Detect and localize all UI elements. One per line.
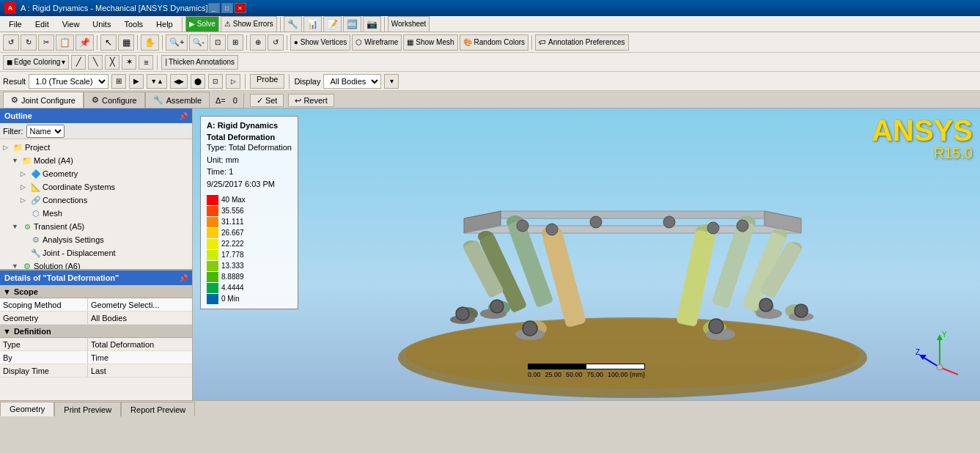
dropdown-arrow: ▾ <box>62 58 65 66</box>
icon-btn-5[interactable]: 📷 <box>363 16 381 32</box>
result-icon-6[interactable]: ⊡ <box>208 74 223 89</box>
details-val-type[interactable]: Total Deformation <box>88 338 192 350</box>
tree-joint[interactable]: 🔧 Joint - Displacement <box>0 246 192 259</box>
close-button[interactable]: ✕ <box>235 3 246 13</box>
menu-help[interactable]: Help <box>150 18 179 30</box>
tab-joint-configure[interactable]: ⚙ Joint Configure <box>3 92 84 108</box>
tb-zoom-out[interactable]: 🔍- <box>189 34 207 51</box>
tab-report-preview[interactable]: Report Preview <box>121 402 195 416</box>
tb-rotate[interactable]: ↺ <box>268 34 284 51</box>
outline-pin[interactable]: 📌 <box>179 112 188 120</box>
display-dropdown[interactable]: ▾ <box>384 74 399 89</box>
icon-btn-1[interactable]: 🔧 <box>284 16 302 32</box>
tree-solution[interactable]: ▼ ⚙ Solution (A6) <box>0 259 192 269</box>
tree-connections[interactable]: ▷ 🔗 Connections <box>0 194 192 207</box>
minimize-button[interactable]: _ <box>208 3 220 13</box>
tab-print-preview[interactable]: Print Preview <box>54 402 121 416</box>
tree-transient[interactable]: ▼ ⚙ Transient (A5) <box>0 220 192 233</box>
solution-icon: ⚙ <box>22 261 32 269</box>
sep9 <box>531 35 532 50</box>
coord-axis: Y Z <box>914 327 965 378</box>
svg-point-39 <box>707 222 719 234</box>
scope-collapse-icon[interactable]: ▼ <box>3 287 11 296</box>
tb-pan[interactable]: ⊕ <box>250 34 266 51</box>
tree-model[interactable]: ▼ 📁 Model (A4) <box>0 154 192 167</box>
maximize-button[interactable]: □ <box>221 3 233 13</box>
annotation-prefs-button[interactable]: 🏷 Annotation Preferences <box>535 34 629 51</box>
menu-view[interactable]: View <box>56 18 86 30</box>
tb-icon-3[interactable]: ✂ <box>38 34 54 51</box>
scalebar-bar <box>528 364 645 369</box>
result-icon-2[interactable]: ▶ <box>129 74 144 89</box>
filter-select[interactable]: Name <box>26 125 65 138</box>
tb-icon-5[interactable]: 📌 <box>75 34 94 51</box>
tab-geometry[interactable]: Geometry <box>0 402 54 416</box>
tb-cursor[interactable]: ↖ <box>100 34 117 51</box>
tree-geometry[interactable]: ▷ 🔷 Geometry <box>0 167 192 180</box>
menu-tools[interactable]: Tools <box>118 18 149 30</box>
icon-btn-4[interactable]: 🔤 <box>343 16 361 32</box>
details-val-scoping[interactable]: Geometry Selecti... <box>88 298 192 311</box>
details-val-by[interactable]: Time <box>88 351 192 364</box>
delta-label: Δ= <box>215 96 226 105</box>
tb-icon-move[interactable]: ✋ <box>141 34 159 51</box>
tree-analysis[interactable]: ⚙ Analysis Settings <box>0 233 192 246</box>
tree-mesh[interactable]: ⬡ Mesh <box>0 207 192 220</box>
thicken-annotations-button[interactable]: | Thicken Annotations <box>161 55 238 70</box>
tb-zoom-box[interactable]: ⊞ <box>227 34 243 51</box>
menu-units[interactable]: Units <box>86 18 117 30</box>
tb-zoom-in[interactable]: 🔍+ <box>166 34 188 51</box>
tb3-icon-3[interactable]: ╳ <box>105 55 119 70</box>
tree-coords[interactable]: ▷ 📐 Coordinate Systems <box>0 180 192 194</box>
tb-icon-1[interactable]: ↺ <box>3 34 19 51</box>
menu-file[interactable]: File <box>3 18 28 30</box>
details-val-geometry[interactable]: All Bodies <box>88 312 192 324</box>
menu-edit[interactable]: Edit <box>29 18 55 30</box>
edge-icon: ◼ <box>7 58 12 66</box>
tb3-icon-2[interactable]: ╲ <box>88 55 103 70</box>
arrow-solution: ▼ <box>12 262 21 269</box>
sep11 <box>245 74 246 89</box>
details-panel: Details of "Total Deformation" 📌 ▼ Scope… <box>0 270 192 400</box>
tb-zoom-fit[interactable]: ⊡ <box>210 34 226 51</box>
show-errors-button[interactable]: ⚠ Show Errors <box>221 16 277 32</box>
svg-point-41 <box>709 319 723 334</box>
tb3-icon-1[interactable]: ╱ <box>71 55 86 70</box>
svg-point-36 <box>663 216 675 228</box>
solve-button[interactable]: ▶ Solve <box>185 16 219 32</box>
tree-project[interactable]: ▷ 📁 Project <box>0 141 192 154</box>
scale-select[interactable]: 1.0 (True Scale) <box>29 74 108 89</box>
icon-btn-2[interactable]: 📊 <box>303 16 322 32</box>
tb-icon-2[interactable]: ↻ <box>21 34 37 51</box>
set-button[interactable]: ✓ Set <box>250 94 284 107</box>
tb-select[interactable]: ▦ <box>118 34 134 51</box>
tab-configure[interactable]: ⚙ Configure <box>84 92 145 108</box>
tb3-icon-5[interactable]: ≡ <box>139 55 153 70</box>
wireframe-button[interactable]: ⬡ Wireframe <box>352 34 402 51</box>
details-val-display-time[interactable]: Last <box>88 364 192 377</box>
details-pin[interactable]: 📌 <box>179 274 188 282</box>
result-icon-7[interactable]: ▷ <box>226 74 240 89</box>
analysis-icon: ⚙ <box>31 235 41 245</box>
result-icon-4[interactable]: ◀▶ <box>170 74 188 89</box>
definition-collapse-icon[interactable]: ▼ <box>3 327 11 336</box>
result-icon-1[interactable]: ⊞ <box>111 74 126 89</box>
tb-icon-4[interactable]: 📋 <box>56 34 74 51</box>
revert-button[interactable]: ↩ Revert <box>288 94 334 107</box>
details-key-scoping: Scoping Method <box>0 298 88 311</box>
all-bodies-select[interactable]: All Bodies <box>323 74 381 89</box>
show-mesh-button[interactable]: ▦ Show Mesh <box>403 34 457 51</box>
titlebar-controls[interactable]: _ □ ✕ <box>208 3 246 13</box>
probe-button[interactable]: Probe <box>250 74 284 89</box>
icon-btn-3[interactable]: 📝 <box>323 16 342 32</box>
folder-icon: 📁 <box>13 142 23 152</box>
show-vertices-button[interactable]: ● Show Vertices <box>290 34 350 51</box>
random-colors-button[interactable]: 🎨 Random Colors <box>460 34 528 51</box>
viewport[interactable]: A: Rigid Dynamics Total Deformation Type… <box>193 108 980 400</box>
worksheet-button[interactable]: Worksheet <box>388 16 430 32</box>
edge-coloring-button[interactable]: ◼ Edge Coloring ▾ <box>3 55 69 70</box>
result-icon-3[interactable]: ▼▲ <box>147 74 167 89</box>
tab-assemble[interactable]: 🔧 Assemble <box>145 92 210 108</box>
tb3-icon-4[interactable]: ✶ <box>122 55 136 70</box>
result-icon-5[interactable]: ⬤ <box>191 74 205 89</box>
